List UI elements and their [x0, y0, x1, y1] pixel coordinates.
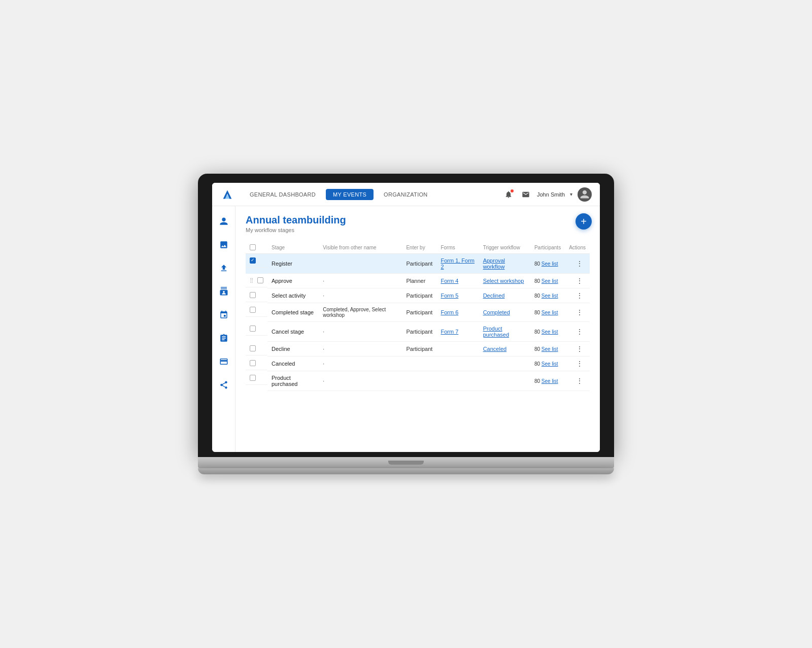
- avatar: [578, 187, 592, 202]
- table-row: ⣿Approve·PlannerForm 4Select workshop80 …: [246, 274, 590, 288]
- row-visible-from: ·: [319, 274, 402, 288]
- form-link[interactable]: Form 4: [441, 278, 458, 284]
- row-checkbox[interactable]: [250, 375, 256, 381]
- trigger-link[interactable]: Approval workflow: [483, 257, 505, 270]
- row-checkbox[interactable]: [250, 307, 256, 313]
- row-participants: 80 See list: [530, 254, 565, 274]
- row-forms: Form 6: [436, 303, 479, 322]
- more-actions-button[interactable]: ⋮: [574, 344, 586, 354]
- row-checkbox[interactable]: [250, 360, 256, 366]
- laptop-wrapper: GENERAL DASHBOARD MY EVENTS ORGANIZATION: [198, 174, 614, 474]
- row-checkbox[interactable]: [250, 345, 256, 351]
- row-actions: ⋮: [565, 254, 590, 274]
- sidebar-icon-image[interactable]: [216, 237, 232, 253]
- row-checkbox-cell: [246, 322, 267, 336]
- row-visible-from: ·: [319, 371, 402, 391]
- add-stage-button[interactable]: +: [576, 213, 592, 230]
- sidebar-icon-card[interactable]: [216, 353, 232, 370]
- sidebar-icon-calendar[interactable]: [216, 307, 232, 323]
- tab-general-dashboard[interactable]: GENERAL DASHBOARD: [243, 189, 323, 200]
- trigger-link[interactable]: Product purchased: [483, 326, 509, 338]
- form-link[interactable]: Form 7: [441, 329, 458, 335]
- more-actions-button[interactable]: ⋮: [574, 376, 586, 386]
- sidebar-icon-person[interactable]: [216, 213, 232, 230]
- page-title: Annual teambuilding: [246, 214, 590, 226]
- mail-icon: [522, 190, 530, 199]
- th-actions: Actions: [565, 241, 590, 254]
- select-all-checkbox[interactable]: [250, 244, 256, 250]
- more-actions-button[interactable]: ⋮: [574, 359, 586, 369]
- sidebar-icon-contacts[interactable]: [216, 283, 232, 300]
- row-stage: Product purchased: [267, 371, 319, 391]
- sidebar-icon-upload[interactable]: [216, 260, 232, 276]
- notification-bell-button[interactable]: [502, 188, 515, 201]
- sidebar: [212, 206, 235, 452]
- see-list-link[interactable]: See list: [542, 310, 558, 315]
- row-stage: Canceled: [267, 357, 319, 371]
- trigger-link[interactable]: Canceled: [483, 346, 506, 352]
- th-checkbox: [246, 241, 267, 254]
- row-enter-by: Participant: [402, 254, 436, 274]
- laptop-base: [198, 457, 614, 468]
- row-forms: Form 1, Form 2: [436, 254, 479, 274]
- user-name[interactable]: John Smith: [537, 191, 565, 198]
- more-actions-button[interactable]: ⋮: [574, 258, 586, 269]
- tab-my-events[interactable]: MY EVENTS: [326, 189, 374, 200]
- row-actions: ⋮: [565, 288, 590, 303]
- see-list-link[interactable]: See list: [542, 378, 558, 384]
- see-list-link[interactable]: See list: [542, 278, 558, 284]
- row-checkbox-cell: ⣿: [246, 274, 267, 287]
- row-actions: ⋮: [565, 303, 590, 322]
- row-forms: Form 7: [436, 322, 479, 342]
- trigger-link[interactable]: Select workshop: [483, 278, 524, 284]
- main-area: Annual teambuilding My workflow stages +: [212, 206, 600, 452]
- table-row: Canceled·80 See list⋮: [246, 357, 590, 371]
- laptop-notch: [388, 461, 424, 465]
- row-enter-by: Planner: [402, 274, 436, 288]
- row-trigger: Canceled: [479, 342, 530, 357]
- row-actions: ⋮: [565, 274, 590, 288]
- sidebar-icon-clipboard[interactable]: [216, 330, 232, 346]
- sidebar-icon-share[interactable]: [216, 377, 232, 393]
- see-list-link[interactable]: See list: [542, 361, 558, 367]
- row-checkbox[interactable]: [250, 292, 256, 298]
- trigger-link[interactable]: Declined: [483, 293, 505, 299]
- row-checkbox-cell: [246, 371, 267, 385]
- more-actions-button[interactable]: ⋮: [574, 276, 586, 286]
- messages-button[interactable]: [520, 188, 532, 201]
- laptop-bezel: GENERAL DASHBOARD MY EVENTS ORGANIZATION: [198, 174, 614, 457]
- page-subtitle: My workflow stages: [246, 227, 590, 233]
- form-link[interactable]: Form 1, Form 2: [441, 257, 475, 270]
- more-actions-button[interactable]: ⋮: [574, 290, 586, 301]
- see-list-link[interactable]: See list: [542, 293, 558, 299]
- trigger-link[interactable]: Completed: [483, 309, 510, 315]
- row-enter-by: [402, 371, 436, 391]
- row-checkbox[interactable]: [250, 326, 256, 332]
- table-header-row: Stage Visible from other name Enter by F…: [246, 241, 590, 254]
- more-actions-button[interactable]: ⋮: [574, 307, 586, 317]
- content-area: Annual teambuilding My workflow stages +: [235, 206, 600, 452]
- row-visible-from: [319, 254, 402, 274]
- row-participants: 80 See list: [530, 371, 565, 391]
- row-trigger: Approval workflow: [479, 254, 530, 274]
- row-checkbox[interactable]: [250, 257, 256, 264]
- see-list-link[interactable]: See list: [542, 261, 558, 267]
- see-list-link[interactable]: See list: [542, 329, 558, 335]
- row-checkbox[interactable]: [257, 277, 263, 283]
- row-stage: Register: [267, 254, 319, 274]
- row-participants: 80 See list: [530, 274, 565, 288]
- row-forms: Form 5: [436, 288, 479, 303]
- chevron-down-icon[interactable]: ▾: [570, 191, 572, 197]
- app-logo: [220, 187, 234, 202]
- drag-handle[interactable]: ⣿: [250, 277, 253, 283]
- tab-organization[interactable]: ORGANIZATION: [377, 189, 435, 200]
- row-trigger: Declined: [479, 288, 530, 303]
- form-link[interactable]: Form 5: [441, 293, 458, 299]
- table-row: Product purchased·80 See list⋮: [246, 371, 590, 391]
- form-link[interactable]: Form 6: [441, 309, 458, 315]
- th-participants: Participants: [530, 241, 565, 254]
- see-list-link[interactable]: See list: [542, 346, 558, 352]
- row-visible-from: Completed, Approve, Select workshop: [319, 303, 402, 322]
- more-actions-button[interactable]: ⋮: [574, 327, 586, 337]
- row-visible-from: ·: [319, 342, 402, 357]
